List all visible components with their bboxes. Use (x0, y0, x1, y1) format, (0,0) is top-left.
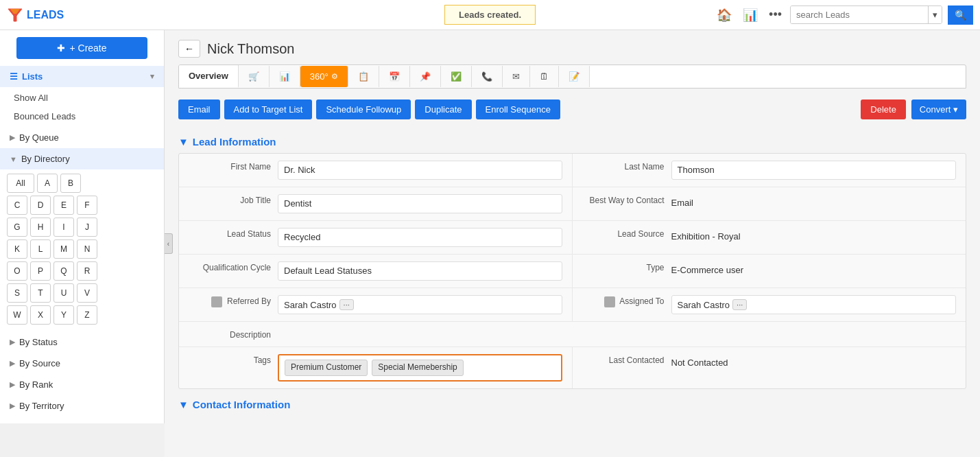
tab-cart[interactable]: 🛒 (239, 66, 270, 87)
alpha-btn-e[interactable]: E (53, 196, 74, 215)
assigned-to-ellipsis-btn[interactable]: ··· (732, 299, 747, 310)
first-name-value[interactable]: Dr. Nick (278, 161, 562, 180)
by-rank-caret-icon: ▶ (10, 380, 15, 389)
lead-info-collapse-icon: ▼ (178, 136, 189, 148)
alpha-btn-i[interactable]: I (53, 218, 74, 237)
enroll-sequence-button[interactable]: Enroll Sequence (476, 99, 560, 119)
right-actions: Delete Convert ▾ (861, 99, 966, 119)
by-status-label: By Status (19, 337, 58, 347)
home-icon-btn[interactable]: 🏠 (714, 5, 734, 25)
tab-doc[interactable]: 📋 (348, 66, 379, 87)
sidebar: ✚ + Create ☰ Lists ▾ Show All Bounced Le… (0, 30, 165, 423)
alpha-btn-t[interactable]: T (30, 283, 51, 303)
by-queue-caret-icon: ▶ (10, 133, 15, 142)
referred-by-avatar-icon (211, 296, 222, 307)
sidebar-collapse-handle[interactable]: ‹ (165, 233, 173, 254)
top-nav: LEADS Leads created. 🏠 📊 ••• ▾ 🔍 (0, 0, 980, 30)
alpha-btn-all[interactable]: All (7, 174, 34, 193)
tab-date[interactable]: 🗓 (530, 66, 559, 87)
sidebar-item-by-status[interactable]: ▶ By Status (0, 331, 164, 353)
alpha-btn-b[interactable]: B (60, 174, 81, 193)
pin-icon: 📌 (420, 71, 431, 82)
schedule-followup-button[interactable]: Schedule Followup (316, 99, 411, 119)
by-source-caret-icon: ▶ (10, 359, 15, 368)
search-button[interactable]: 🔍 (948, 5, 973, 25)
contact-info-section-header[interactable]: ▼ Contact Information (178, 399, 966, 410)
alpha-btn-q[interactable]: Q (53, 261, 74, 281)
alpha-btn-z[interactable]: Z (77, 305, 97, 325)
form-cell-best-way: Best Way to Contact Email (573, 187, 966, 220)
alpha-btn-y[interactable]: Y (53, 305, 74, 325)
convert-button[interactable]: Convert ▾ (911, 99, 966, 119)
alpha-btn-o[interactable]: O (7, 261, 27, 281)
phone-icon: 📞 (481, 71, 492, 82)
alpha-btn-l[interactable]: L (30, 239, 51, 259)
best-way-label: Best Way to Contact (582, 194, 671, 205)
form-cell-qual-cycle: Qualification Cycle Default Lead Statuse… (179, 255, 573, 288)
search-dropdown-btn[interactable]: ▾ (928, 6, 942, 23)
create-button[interactable]: ✚ + Create (16, 37, 147, 59)
cart-icon: 🛒 (248, 71, 259, 82)
email-button[interactable]: Email (178, 99, 220, 119)
chart-tab-icon: 📊 (279, 71, 290, 82)
sidebar-item-show-all[interactable]: Show All (0, 89, 164, 107)
search-input[interactable] (791, 6, 928, 23)
lists-icon: ☰ (10, 71, 18, 82)
alpha-btn-a[interactable]: A (37, 174, 58, 193)
lead-info-section-header[interactable]: ▼ Lead Information (178, 136, 966, 148)
tab-phone[interactable]: 📞 (472, 66, 503, 87)
form-cell-referred-by: Referred By Sarah Castro ··· (179, 288, 573, 321)
alpha-btn-p[interactable]: P (30, 261, 51, 281)
alpha-btn-m[interactable]: M (53, 239, 74, 259)
sidebar-item-by-rank[interactable]: ▶ By Rank (0, 374, 164, 395)
alpha-btn-u[interactable]: U (53, 283, 74, 303)
lists-label: Lists (22, 71, 43, 82)
alpha-row-7: W X Y Z (7, 305, 157, 325)
sidebar-item-by-source[interactable]: ▶ By Source (0, 353, 164, 374)
alpha-row-1: All A B (7, 174, 157, 193)
sidebar-item-by-directory[interactable]: ▼ By Directory (0, 148, 164, 169)
tab-note[interactable]: 📝 (559, 66, 590, 87)
form-row-qual: Qualification Cycle Default Lead Statuse… (179, 255, 966, 288)
add-to-target-button[interactable]: Add to Target List (224, 99, 313, 119)
alpha-btn-w[interactable]: W (7, 305, 27, 325)
tags-container[interactable]: Premium Customer Special Memebership (278, 354, 562, 382)
sidebar-item-bounced-leads[interactable]: Bounced Leads (0, 107, 164, 126)
more-icon-btn[interactable]: ••• (766, 5, 785, 25)
alpha-btn-d[interactable]: D (30, 196, 51, 215)
alpha-btn-h[interactable]: H (30, 218, 51, 237)
alpha-btn-k[interactable]: K (7, 239, 27, 259)
tab-email[interactable]: ✉ (503, 66, 530, 87)
lead-status-value[interactable]: Recycled (278, 228, 562, 247)
chart-icon-btn[interactable]: 📊 (740, 5, 761, 25)
alpha-btn-f[interactable]: F (77, 196, 97, 215)
back-button[interactable]: ← (178, 40, 200, 58)
tab-360[interactable]: 360° ⚙ (300, 66, 348, 87)
alpha-btn-c[interactable]: C (7, 196, 27, 215)
tab-pin[interactable]: 📌 (410, 66, 441, 87)
by-directory-label: By Directory (21, 154, 70, 164)
qual-cycle-value[interactable]: Default Lead Statuses (278, 261, 562, 281)
tab-overview[interactable]: Overview (179, 65, 239, 88)
sidebar-item-by-territory[interactable]: ▶ By Territory (0, 395, 164, 417)
alpha-btn-x[interactable]: X (30, 305, 51, 325)
alpha-btn-j[interactable]: J (77, 218, 97, 237)
form-cell-last-name: Last Name Thomson (573, 154, 966, 187)
alpha-btn-v[interactable]: V (77, 283, 97, 303)
tab-check[interactable]: ✅ (441, 66, 472, 87)
lead-status-label: Lead Status (189, 228, 278, 239)
tab-chart[interactable]: 📊 (270, 66, 300, 87)
alpha-btn-r[interactable]: R (77, 261, 97, 281)
sidebar-item-lists[interactable]: ☰ Lists ▾ (0, 66, 164, 87)
alpha-btn-n[interactable]: N (77, 239, 97, 259)
job-title-value[interactable]: Dentist (278, 194, 562, 213)
duplicate-button[interactable]: Duplicate (415, 99, 471, 119)
alpha-btn-g[interactable]: G (7, 218, 27, 237)
delete-button[interactable]: Delete (861, 99, 906, 119)
alpha-btn-s[interactable]: S (7, 283, 27, 303)
tab-360-spin-icon: ⚙ (331, 72, 338, 81)
tab-calendar[interactable]: 📅 (379, 66, 410, 87)
last-name-value[interactable]: Thomson (671, 161, 957, 180)
sidebar-item-by-queue[interactable]: ▶ By Queue (0, 127, 164, 148)
referred-by-ellipsis-btn[interactable]: ··· (339, 299, 354, 310)
